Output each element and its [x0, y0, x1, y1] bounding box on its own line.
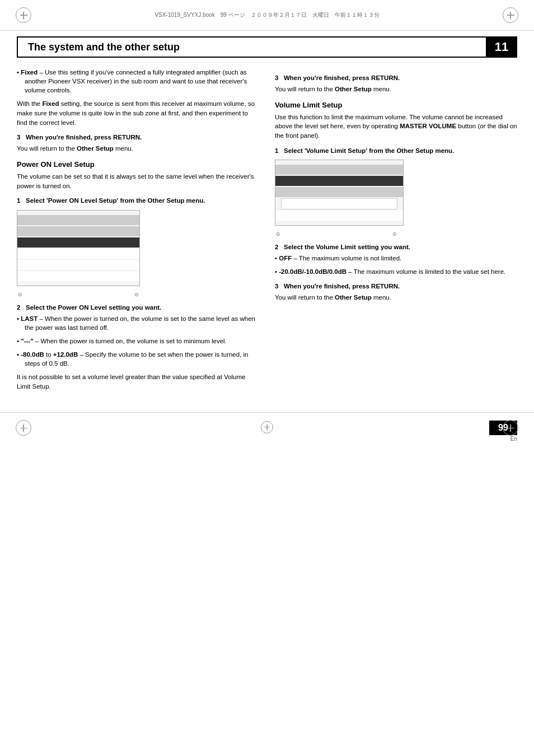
step2-power-heading: 2 Select the Power ON Level setting you … — [17, 303, 259, 312]
chapter-title-box: The system and the other setup — [17, 36, 486, 58]
step3-right-heading: 3 When you're finished, press RETURN. — [275, 73, 517, 82]
step2-vol-heading: 2 Select the Volume Limit setting you wa… — [275, 242, 517, 251]
icon-circle-right: ⊙ — [134, 292, 139, 297]
diagram-icons: ⊙ ⊙ — [17, 292, 140, 297]
chapter-number-box: 11 — [486, 36, 517, 58]
bullet-off: OFF – The maximum volume is not limited. — [275, 254, 517, 263]
menu-row-3-selected — [17, 237, 139, 248]
vlimit-icon-right: ⊙ — [392, 231, 397, 237]
page-lang: En — [510, 436, 517, 442]
vlimit-row-1 — [275, 165, 403, 175]
power-desc: The volume can be set so that it is alwa… — [17, 172, 259, 190]
section-power-title: Power ON Level Setup — [17, 160, 259, 169]
step3-right-text: You will return to the Other Setup menu. — [275, 85, 517, 94]
bullet-20db: -20.0dB/-10.0dB/0.0dB – The maximum volu… — [275, 267, 517, 276]
reg-mark-bottom-right — [503, 420, 518, 436]
reg-mark-bottom-left — [16, 420, 31, 436]
bottom-marks-bar: 99 En — [0, 412, 534, 443]
bullet-db-range: -80.0dB to +12.0dB – Specify the volume … — [17, 350, 259, 368]
step3-left-text: You will return to the Other Setup menu. — [17, 144, 259, 153]
para-limit: It is not possible to set a volume level… — [17, 372, 259, 391]
step1-vol-heading: 1 Select 'Volume Limit Setup' from the O… — [275, 146, 517, 155]
menu-row-2 — [17, 226, 139, 236]
chapter-header: The system and the other setup 11 — [17, 36, 517, 58]
chapter-number: 11 — [495, 40, 508, 54]
menu-row-1 — [17, 215, 139, 225]
bullet-fixed: Fixed – Use this setting if you've conne… — [17, 68, 259, 95]
vlimit-row-2-selected — [275, 176, 403, 186]
reg-mark-top-left — [16, 7, 31, 23]
file-info: VSX-1019_SVYXJ.book 99 ページ ２００９年２月１７日 火曜… — [17, 11, 517, 19]
icon-circle-left: ⊙ — [18, 292, 22, 297]
volume-limit-menu — [275, 160, 404, 226]
step1-power-heading: 1 Select 'Power ON Level Setup' from the… — [17, 196, 259, 205]
bullet-dashes: "---" – When the power is turned on, the… — [17, 337, 259, 346]
chapter-title: The system and the other setup — [28, 41, 180, 53]
vlimit-row-4 — [281, 198, 397, 209]
menu-row-6 — [17, 271, 139, 281]
volume-desc: Use this function to limit the maximum v… — [275, 113, 517, 141]
menu-row-4 — [17, 249, 139, 259]
vlimit-icon-left: ⊙ — [276, 231, 280, 237]
page: VSX-1019_SVYXJ.book 99 ページ ２００９年２月１７日 火曜… — [0, 0, 534, 756]
content-area: Fixed – Use this setting if you've conne… — [17, 68, 517, 395]
menu-row-5 — [17, 260, 139, 270]
section-volume-title: Volume Limit Setup — [275, 101, 517, 109]
step3-left-heading: 3 When you're finished, press RETURN. — [17, 133, 259, 142]
top-marks-bar: VSX-1019_SVYXJ.book 99 ページ ２００９年２月１７日 火曜… — [0, 0, 534, 31]
left-column: Fixed – Use this setting if you've conne… — [17, 68, 259, 395]
reg-mark-top-right — [503, 7, 518, 23]
para-fixed-desc: With the Fixed setting, the source is se… — [17, 99, 259, 127]
volume-limit-diagram: ⊙ ⊙ — [275, 160, 409, 237]
vlimit-diagram-icons: ⊙ ⊙ — [275, 231, 398, 237]
reg-mark-bottom-center — [261, 421, 273, 435]
right-column: 3 When you're finished, press RETURN. Yo… — [275, 68, 517, 395]
step3-vol-text: You will return to the Other Setup menu. — [275, 293, 517, 302]
vlimit-row-3 — [275, 187, 403, 197]
vlimit-row-5 — [275, 211, 403, 221]
bullet-last: LAST – When the power is turned on, the … — [17, 314, 259, 332]
step3-vol-heading: 3 When you're finished, press RETURN. — [275, 282, 517, 291]
power-on-diagram: ⊙ ⊙ — [17, 210, 151, 297]
power-on-menu — [17, 210, 140, 286]
